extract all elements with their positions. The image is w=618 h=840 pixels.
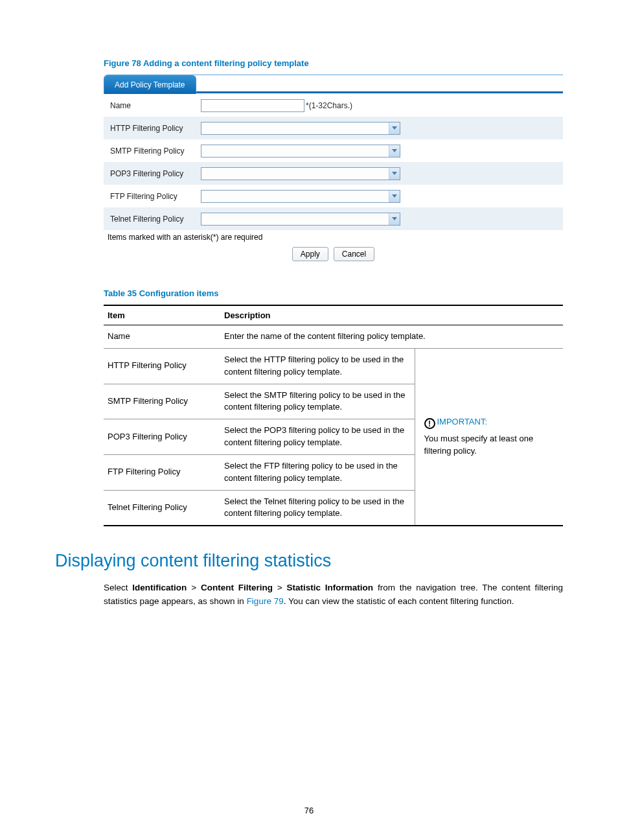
- table-row: NameEnter the name of the content filter…: [104, 325, 563, 349]
- name-input[interactable]: [201, 99, 304, 112]
- cell-description: Select the Telnet filtering policy to be…: [220, 490, 415, 526]
- important-note: !IMPORTANT:You must specify at least one…: [415, 348, 563, 526]
- form-row: Name*(1-32Chars.): [104, 94, 563, 117]
- policy-select[interactable]: [201, 213, 400, 226]
- form-label: POP3 Filtering Policy: [104, 169, 201, 178]
- form-row: HTTP Filtering Policy: [104, 117, 563, 139]
- form-label: FTP Filtering Policy: [104, 192, 201, 201]
- form-label: SMTP Filtering Policy: [104, 146, 201, 156]
- input-hint: *(1-32Chars.): [306, 101, 352, 110]
- policy-select[interactable]: [201, 145, 400, 158]
- section-heading: Displaying content filtering statistics: [55, 551, 563, 571]
- chevron-down-icon: [389, 191, 400, 202]
- chevron-down-icon: [389, 168, 400, 180]
- form-label: Name: [104, 101, 201, 110]
- chevron-down-icon: [389, 213, 400, 225]
- policy-select[interactable]: [201, 167, 400, 180]
- form-label: Telnet Filtering Policy: [104, 215, 201, 224]
- chevron-down-icon: [389, 122, 400, 134]
- figure-79-link[interactable]: Figure 79: [247, 596, 284, 606]
- apply-button[interactable]: Apply: [292, 247, 328, 261]
- required-note: Items marked with an asterisk(*) are req…: [104, 230, 563, 246]
- table-row: HTTP Filtering PolicySelect the HTTP fil…: [104, 348, 563, 384]
- cell-item: Telnet Filtering Policy: [104, 490, 220, 526]
- form-row: Telnet Filtering Policy: [104, 207, 563, 230]
- tab-bar-divider: [196, 91, 563, 94]
- cell-description: Enter the name of the content filtering …: [220, 325, 563, 349]
- form-row: SMTP Filtering Policy: [104, 139, 563, 162]
- chevron-down-icon: [389, 145, 400, 157]
- cell-item: HTTP Filtering Policy: [104, 348, 220, 384]
- th-description: Description: [220, 305, 563, 325]
- form-label: HTTP Filtering Policy: [104, 124, 201, 133]
- config-items-table: Item Description NameEnter the name of t…: [104, 305, 563, 526]
- cell-description: Select the POP3 filtering policy to be u…: [220, 419, 415, 455]
- tab-add-policy-template[interactable]: Add Policy Template: [104, 75, 196, 94]
- cell-item: FTP Filtering Policy: [104, 454, 220, 490]
- cell-item: SMTP Filtering Policy: [104, 384, 220, 419]
- cell-item: POP3 Filtering Policy: [104, 419, 220, 455]
- cell-description: Select the HTTP filtering policy to be u…: [220, 348, 415, 384]
- add-policy-panel: Add Policy Template Name*(1-32Chars.)HTT…: [104, 75, 563, 261]
- policy-select[interactable]: [201, 122, 400, 135]
- form-row: FTP Filtering Policy: [104, 185, 563, 207]
- cell-item: Name: [104, 325, 220, 349]
- table-caption: Table 35 Configuration items: [104, 288, 563, 298]
- page-number: 76: [0, 806, 618, 815]
- cancel-button[interactable]: Cancel: [334, 247, 374, 261]
- figure-caption: Figure 78 Adding a content filtering pol…: [104, 58, 563, 68]
- cell-description: Select the FTP filtering policy to be us…: [220, 454, 415, 490]
- form-row: POP3 Filtering Policy: [104, 162, 563, 185]
- policy-select[interactable]: [201, 190, 400, 203]
- section-paragraph: Select Identification > Content Filterin…: [104, 581, 563, 608]
- th-item: Item: [104, 305, 220, 325]
- important-icon: !: [424, 418, 435, 429]
- cell-description: Select the SMTP filtering policy to be u…: [220, 384, 415, 419]
